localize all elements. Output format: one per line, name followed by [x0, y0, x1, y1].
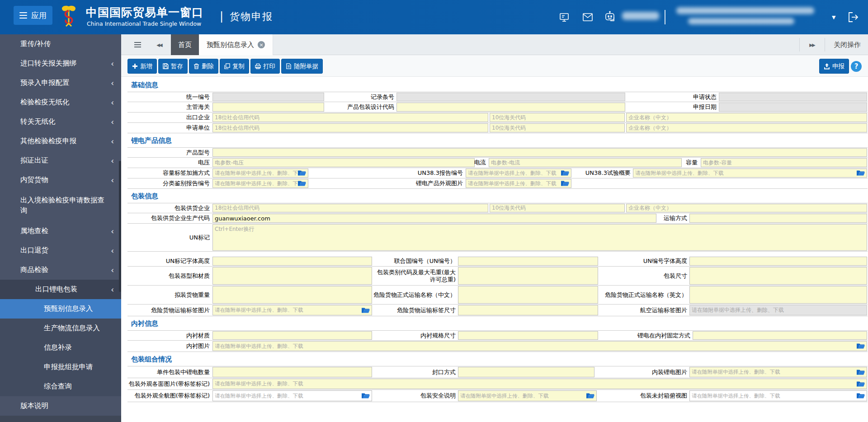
psn-en-input[interactable] [689, 286, 867, 304]
declare-date-input[interactable] [719, 103, 867, 112]
sidebar-item-ciq-paperless[interactable]: 检验检疫无纸化‹ [0, 93, 121, 112]
un-mark-font-height-input[interactable] [212, 257, 372, 266]
record-no-input[interactable] [396, 93, 625, 101]
close-operations-button[interactable]: 关闭操作 [834, 34, 861, 55]
declare-button[interactable]: 申报 [819, 59, 849, 74]
sidebar-item-commodity-inspection[interactable]: 商品检验‹ [0, 260, 121, 280]
package-overview-photo-input[interactable]: 请在随附单据中选择上传、删除、下载 [212, 390, 372, 401]
app-menu-button[interactable]: 应用 [14, 6, 52, 25]
applicant-name-input[interactable]: 企业名称（中文） [626, 123, 867, 132]
sidebar-scrollbar-thumb[interactable] [119, 161, 121, 292]
capacity-input[interactable]: 电参数-容量 [701, 158, 867, 167]
user-menu-caret-icon[interactable]: ▼ [832, 14, 835, 20]
battery-qty-per-package-input[interactable] [212, 367, 372, 377]
open-folder-icon[interactable] [857, 170, 865, 176]
seal-method-input[interactable] [458, 367, 594, 377]
sidebar-item-local-inspection[interactable]: 属地查检‹ [0, 221, 121, 241]
customs-input[interactable] [212, 103, 324, 112]
liner-fix-method-input[interactable] [693, 331, 867, 340]
supplier-credit-code-input[interactable]: 18位社会信用代码 [212, 204, 488, 212]
exporter-name-input[interactable]: 企业名称（中文） [626, 113, 867, 122]
sidebar-item-pre-screening-entry[interactable]: 预甄别信息录入 [0, 299, 121, 319]
logout-icon[interactable] [847, 11, 859, 23]
open-folder-icon[interactable] [857, 343, 865, 349]
sidebar-item-import-transit-binding[interactable]: 进口转关报关捆绑‹ [0, 54, 121, 73]
package-size-input[interactable] [689, 267, 867, 285]
help-button[interactable]: ? [851, 61, 862, 72]
open-folder-icon[interactable] [298, 181, 306, 187]
tab-home[interactable]: 首页 [171, 34, 199, 55]
supplier-customs-code-input[interactable]: 10位海关代码 [490, 204, 625, 212]
sidebar-item-export-lithium-packaging[interactable]: 出口锂电包装‹ [0, 280, 121, 299]
open-folder-icon[interactable] [362, 307, 370, 313]
package-type-material-input[interactable] [212, 267, 372, 285]
open-folder-icon[interactable] [586, 393, 594, 399]
apply-status-input[interactable] [719, 93, 867, 101]
sidebar-item-ciq-application-query[interactable]: 出入境检验检疫申请数据查询 [0, 190, 121, 221]
unified-no-input[interactable] [212, 93, 324, 101]
tab-menu-icon[interactable] [129, 34, 146, 55]
attachments-button[interactable]: 随附单据 [281, 59, 323, 74]
open-folder-icon[interactable] [298, 170, 306, 176]
package-unsealed-topview-input[interactable]: 请在随附单据中选择上传、删除、下载 [689, 390, 867, 401]
monitor-icon[interactable] [559, 12, 570, 23]
package-safety-note-input[interactable]: 请在随附单据中选择上传、删除、下载 [458, 390, 597, 401]
new-button[interactable]: 新增 [127, 59, 157, 74]
open-folder-icon[interactable] [857, 393, 865, 399]
un-mark-input[interactable]: Ctrl+Enter换行 [212, 224, 867, 251]
product-model-input[interactable] [212, 148, 867, 157]
danger-label-size-input[interactable] [458, 305, 598, 315]
cargo-weight-input[interactable] [212, 286, 372, 304]
package-category-maxweight-input[interactable] [458, 267, 598, 285]
tab-close-icon[interactable]: × [258, 41, 265, 48]
open-folder-icon[interactable] [561, 181, 569, 187]
transport-mode-input[interactable] [689, 214, 867, 223]
liner-material-input[interactable] [212, 331, 372, 340]
sidebar-item-version-notes[interactable]: 版本说明 [0, 396, 121, 416]
open-folder-icon[interactable] [857, 381, 865, 387]
liner-photo-input[interactable]: 请在随附单据中选择上传、删除、下载 [212, 341, 867, 351]
exporter-customs-code-input[interactable]: 10位海关代码 [490, 113, 625, 122]
open-folder-icon[interactable] [857, 369, 865, 375]
save-button[interactable]: 暂存 [158, 59, 188, 74]
product-appearance-photo-input[interactable]: 请在随附单据中选择上传、删除、下载 [466, 179, 571, 188]
robot-icon[interactable] [604, 11, 616, 23]
sidebar-item-comprehensive-query[interactable]: 综合查询 [0, 377, 121, 396]
applicant-credit-code-input[interactable]: 18位社会信用代码 [212, 123, 488, 132]
supplier-name-input[interactable]: 企业名称（中文） [626, 204, 867, 212]
sidebar-item-export-return[interactable]: 出口退货‹ [0, 241, 121, 260]
un383-test-summary-input[interactable]: 请在随附单据中选择上传、删除、下载 [633, 169, 867, 178]
package-faces-photo-input[interactable]: 请在随附单据中选择上传、删除、下载 [212, 379, 867, 389]
scroll-tabs-right-icon[interactable]: ▶▶ [803, 34, 821, 55]
sidebar-item-declare-batch-application[interactable]: 申报批组批申请 [0, 357, 121, 377]
mail-icon[interactable] [582, 13, 593, 22]
sidebar-item-transit-paperless[interactable]: 转关无纸化‹ [0, 112, 121, 131]
liner-size-input[interactable] [458, 331, 598, 340]
print-button[interactable]: 打印 [250, 59, 280, 74]
un-number-input[interactable] [458, 257, 598, 266]
danger-label-photo-input[interactable]: 请在随附单据中选择上传、删除、下载 [212, 305, 372, 315]
classification-report-no-input[interactable]: 请在随附单据中选择上传、删除、下载 [212, 179, 308, 188]
exporter-credit-code-input[interactable]: 18位社会信用代码 [212, 113, 488, 122]
save-icon [163, 63, 169, 69]
applicant-customs-code-input[interactable]: 10位海关代码 [490, 123, 625, 132]
air-label-photo-input[interactable]: 请在随附单据中选择上传、删除、下载 [689, 305, 867, 315]
delete-button[interactable]: 删除 [189, 59, 218, 74]
sidebar-item-production-logistics-entry[interactable]: 生产物流信息录入 [0, 319, 121, 338]
psn-cn-input[interactable] [458, 286, 598, 304]
sidebar-item-retransmit[interactable]: 重传/补传 [0, 34, 121, 54]
copy-button[interactable]: 复制 [220, 59, 249, 74]
open-folder-icon[interactable] [362, 393, 370, 399]
tab-pre-screening[interactable]: 预甄别信息录入× [199, 34, 273, 55]
sidebar-item-certificate-issuance[interactable]: 拟证出证‹ [0, 151, 121, 170]
inner-battery-photo-input[interactable]: 请在随附单据中选择上传、删除、下载 [689, 367, 867, 377]
package-design-code-input[interactable] [396, 103, 625, 112]
scroll-tabs-left-icon[interactable]: ◀◀ [151, 34, 167, 55]
sidebar-item-pre-entry-config[interactable]: 预录入申报配置‹ [0, 73, 121, 93]
sidebar-item-other-ciq-declaration[interactable]: 其他检验检疫申报‹ [0, 131, 121, 151]
supplier-production-code-input[interactable]: guanwuxiaoer.com [212, 214, 656, 223]
sidebar-item-domestic-cargo[interactable]: 内贸货物‹ [0, 170, 121, 190]
un-number-font-height-input[interactable] [689, 257, 867, 266]
sidebar-item-info-supplement[interactable]: 信息补录 [0, 338, 121, 357]
capacity-label-method-input[interactable]: 请在随附单据中选择上传、删除、下载 [212, 169, 308, 178]
